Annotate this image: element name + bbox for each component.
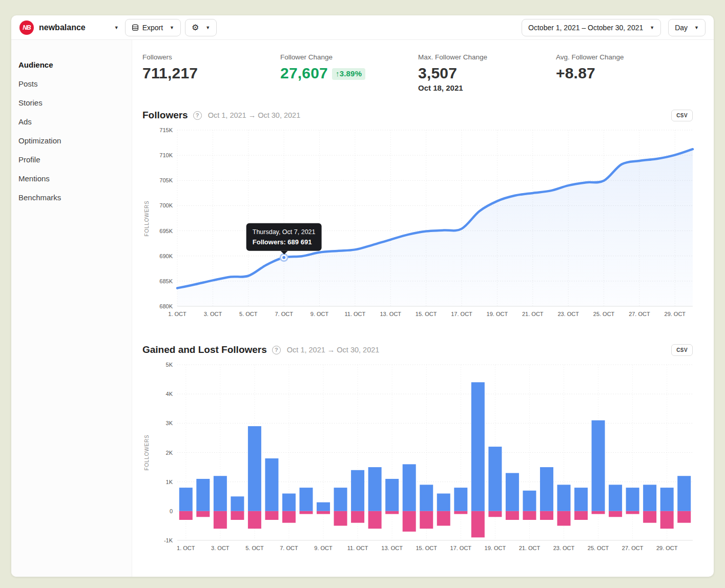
- bar-chart-canvas: [177, 365, 693, 540]
- sidebar-item-benchmarks[interactable]: Benchmarks: [11, 188, 132, 207]
- bar-lost[interactable]: [334, 511, 347, 526]
- bar-gained[interactable]: [437, 494, 450, 511]
- sidebar-item-stories[interactable]: Stories: [11, 93, 132, 112]
- bar-gained[interactable]: [643, 485, 656, 511]
- bar-lost[interactable]: [488, 511, 502, 517]
- main-content: Followers 711,217 Follower Change 27,607…: [132, 40, 714, 577]
- gained-lost-bar-chart[interactable]: [177, 365, 693, 540]
- bar-gained[interactable]: [488, 447, 502, 511]
- bar-lost[interactable]: [179, 511, 193, 520]
- bar-lost[interactable]: [471, 511, 485, 537]
- bar-gained[interactable]: [454, 488, 467, 511]
- tick-label: 700K: [159, 202, 173, 209]
- lost-bars: [179, 511, 691, 537]
- bar-lost[interactable]: [231, 511, 244, 520]
- bar-gained[interactable]: [300, 488, 313, 511]
- bar-lost[interactable]: [506, 511, 519, 520]
- sidebar-item-audience[interactable]: Audience: [11, 55, 132, 74]
- bar-lost[interactable]: [214, 511, 227, 529]
- bar-lost[interactable]: [265, 511, 278, 520]
- csv-export-button[interactable]: csv: [671, 110, 693, 121]
- bar-gained[interactable]: [248, 426, 261, 511]
- bar-gained[interactable]: [282, 494, 296, 511]
- bar-gained[interactable]: [574, 488, 588, 511]
- tick-label: 23. OCT: [557, 311, 579, 317]
- bar-lost[interactable]: [643, 511, 656, 523]
- sidebar-item-mentions[interactable]: Mentions: [11, 169, 132, 188]
- account-name: newbalance: [39, 23, 86, 32]
- bar-lost[interactable]: [592, 511, 605, 514]
- bar-gained[interactable]: [540, 467, 553, 511]
- bar-lost[interactable]: [609, 511, 622, 517]
- bar-gained[interactable]: [506, 473, 519, 511]
- bar-gained[interactable]: [351, 470, 364, 511]
- account-chevron-down-icon[interactable]: ▼: [114, 25, 119, 30]
- stat-value: 3,507: [418, 65, 556, 81]
- bar-gained[interactable]: [385, 479, 399, 511]
- tick-label: -1K: [164, 537, 173, 544]
- bar-lost[interactable]: [385, 511, 399, 514]
- bar-gained[interactable]: [214, 476, 227, 511]
- gained-lost-chart: FOLLOWERS 5K4K3K2K1K0-1K: [142, 365, 693, 540]
- bar-gained[interactable]: [626, 488, 639, 511]
- new-balance-logo-icon: NB: [19, 20, 34, 35]
- bar-gained[interactable]: [609, 485, 622, 511]
- bar-gained[interactable]: [265, 458, 278, 511]
- stat-follower-change: Follower Change 27,607↑3.89%: [280, 53, 418, 92]
- granularity-button[interactable]: Day ▼: [668, 19, 706, 36]
- tooltip-date: Thursday, Oct 7, 2021: [253, 228, 316, 236]
- bar-lost[interactable]: [351, 511, 364, 523]
- bar-gained[interactable]: [523, 491, 536, 511]
- sidebar-item-profile[interactable]: Profile: [11, 150, 132, 169]
- stat-value: 711,217: [142, 65, 280, 81]
- bar-gained[interactable]: [677, 476, 691, 511]
- sidebar-item-ads[interactable]: Ads: [11, 112, 132, 131]
- sidebar-item-optimization[interactable]: Optimization: [11, 131, 132, 150]
- bar-lost[interactable]: [523, 511, 536, 520]
- bar-lost[interactable]: [677, 511, 691, 523]
- followers-line-chart[interactable]: Thursday, Oct 7, 2021 Followers: 689 691: [177, 130, 693, 306]
- bar-gained[interactable]: [403, 464, 416, 511]
- bar-gained[interactable]: [557, 485, 571, 511]
- bar-lost[interactable]: [574, 511, 588, 520]
- bar-gained[interactable]: [592, 421, 605, 511]
- help-icon[interactable]: ?: [193, 111, 202, 120]
- tick-label: 21. OCT: [519, 545, 541, 551]
- bar-gained[interactable]: [196, 479, 210, 511]
- bar-gained[interactable]: [660, 488, 674, 511]
- followers-section: Followers ? Oct 1, 2021 → Oct 30, 2021 c…: [142, 109, 693, 320]
- bar-lost[interactable]: [437, 511, 450, 526]
- bar-lost[interactable]: [368, 511, 382, 529]
- bar-gained[interactable]: [231, 496, 244, 511]
- bar-gained[interactable]: [317, 502, 330, 511]
- export-chevron-down-icon: ▼: [170, 25, 174, 30]
- bar-gained[interactable]: [334, 488, 347, 511]
- tick-label: 690K: [159, 253, 173, 260]
- bar-lost[interactable]: [317, 511, 330, 514]
- sidebar-item-posts[interactable]: Posts: [11, 74, 132, 93]
- bar-gained[interactable]: [471, 382, 485, 511]
- help-icon[interactable]: ?: [272, 346, 281, 354]
- bar-lost[interactable]: [420, 511, 433, 529]
- date-range-button[interactable]: October 1, 2021 – October 30, 2021 ▼: [522, 19, 661, 36]
- bar-gained[interactable]: [420, 485, 433, 511]
- bar-lost[interactable]: [248, 511, 261, 529]
- bar-lost[interactable]: [282, 511, 296, 523]
- bar-lost[interactable]: [196, 511, 210, 517]
- bar-lost[interactable]: [403, 511, 416, 532]
- settings-button[interactable]: ⚙ ▼: [185, 19, 217, 36]
- line-chart-x-axis: 1. OCT3. OCT5. OCT7. OCT9. OCT11. OCT13.…: [177, 306, 693, 320]
- tick-label: 695K: [159, 227, 173, 235]
- tooltip-value: Followers: 689 691: [253, 237, 316, 247]
- bar-gained[interactable]: [179, 488, 193, 511]
- bar-lost[interactable]: [660, 511, 674, 529]
- csv-export-button[interactable]: csv: [671, 344, 693, 356]
- bar-lost[interactable]: [300, 511, 313, 514]
- bar-lost[interactable]: [557, 511, 571, 526]
- bar-lost[interactable]: [454, 511, 467, 514]
- export-button[interactable]: Export ▼: [125, 19, 181, 36]
- bar-gained[interactable]: [368, 467, 382, 511]
- bar-lost[interactable]: [540, 511, 553, 520]
- bar-lost[interactable]: [626, 511, 639, 514]
- bar-chart-x-axis: 1. OCT3. OCT5. OCT7. OCT9. OCT11. OCT13.…: [177, 540, 693, 554]
